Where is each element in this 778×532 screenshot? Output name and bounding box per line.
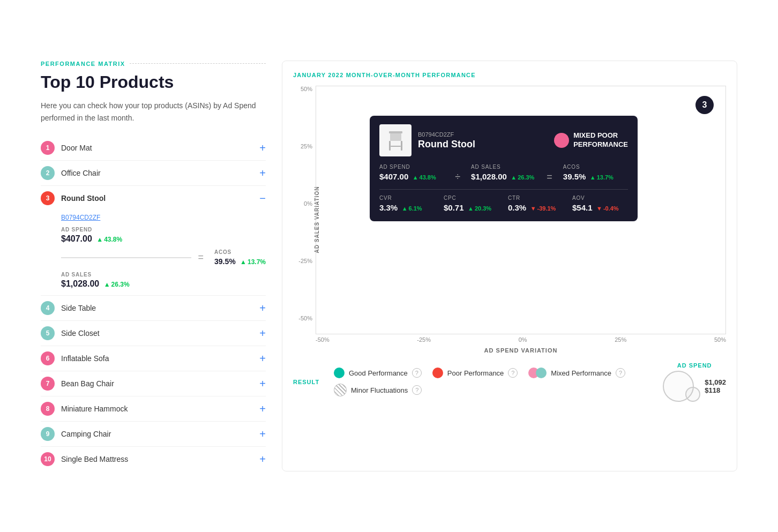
- list-item[interactable]: 4 Side Table +: [41, 296, 266, 321]
- performance-dot: [554, 133, 569, 148]
- x-tick-50: 50%: [714, 336, 726, 346]
- ad-sales-label: AD SALES: [61, 272, 266, 278]
- tooltip-metric-cvr: CVR 3.3% 6.1%: [379, 195, 435, 213]
- legend-good: Good Performance ?: [334, 368, 422, 378]
- expand-icon[interactable]: +: [259, 353, 266, 364]
- x-tick-0: 0%: [519, 336, 527, 346]
- left-panel: PERFORMANCE MATRIX Top 10 Products Here …: [41, 61, 266, 471]
- rank-badge: 7: [41, 377, 55, 391]
- ad-spend-legend-label: AD SPEND: [677, 362, 712, 369]
- legend-minor: Minor Fluctuations ?: [334, 384, 422, 396]
- metric-label-acos: ACOS: [563, 164, 628, 170]
- list-item[interactable]: 5 Side Closet +: [41, 321, 266, 346]
- svg-rect-9: [390, 133, 401, 141]
- acos-change: 13.7%: [240, 258, 266, 266]
- svg-rect-8: [389, 131, 402, 133]
- list-item[interactable]: 9 Camping Chair +: [41, 422, 266, 447]
- section-label: PERFORMANCE MATRIX: [41, 61, 266, 67]
- tooltip-product-info: B0794CD2ZF Round Stool: [418, 131, 548, 150]
- equals-icon: =: [198, 252, 204, 263]
- list-item[interactable]: 10 Single Bed Mattress +: [41, 447, 266, 471]
- good-performance-help[interactable]: ?: [412, 368, 422, 378]
- rank-badge: 10: [41, 452, 55, 466]
- legend-area: RESULT Good Performance ? Poor Performan…: [293, 362, 726, 402]
- expand-icon[interactable]: +: [259, 429, 266, 439]
- metric-change-ctr: -39.1%: [530, 205, 556, 212]
- rank-badge: 6: [41, 351, 55, 365]
- product-name: Side Closet: [61, 329, 259, 338]
- tooltip-performance: MIXED POORPERFORMANCE: [554, 131, 628, 149]
- acos-value: 39.5%: [214, 257, 236, 266]
- expand-icon[interactable]: +: [259, 454, 266, 464]
- rank-badge: 1: [41, 141, 55, 155]
- metric-value-ad-sales: $1,028.00: [471, 172, 507, 181]
- list-item[interactable]: 1 Door Mat +: [41, 136, 266, 161]
- mixed-performance-help[interactable]: ?: [616, 368, 625, 378]
- tooltip-asin: B0794CD2ZF: [418, 131, 548, 138]
- ad-spend-value: $407.00: [61, 234, 92, 243]
- rank-badge: 2: [41, 166, 55, 180]
- tooltip-popup: B0794CD2ZF Round Stool MIXED POORPERFORM…: [370, 116, 638, 221]
- y-tick-25: 25%: [301, 143, 312, 149]
- legend-poor: Poor Performance ?: [432, 368, 518, 378]
- expand-icon[interactable]: +: [259, 378, 266, 389]
- list-item[interactable]: 7 Bean Bag Chair +: [41, 371, 266, 396]
- metric-change-cpc: 20.3%: [468, 205, 491, 212]
- ad-spend-change: 43.8%: [96, 236, 122, 243]
- right-panel: JANUARY 2022 MONTH-OVER-MONTH PERFORMANC…: [282, 61, 737, 471]
- metric-value-acos: 39.5%: [563, 172, 586, 181]
- svg-rect-10: [389, 141, 391, 151]
- asin-link[interactable]: B0794CD2ZF: [61, 214, 266, 221]
- collapse-icon[interactable]: −: [259, 193, 266, 204]
- product-badge-3[interactable]: 3: [695, 96, 714, 114]
- metric-change-aov: -0.4%: [596, 205, 619, 212]
- list-item-active[interactable]: 3 Round Stool −: [41, 186, 266, 211]
- metric-value-aov: $54.1: [572, 203, 593, 212]
- ad-spend-circles: [663, 371, 700, 402]
- metric-change-acos: 13.7%: [590, 174, 614, 181]
- mixed-performance-label: Mixed Performance: [551, 369, 611, 377]
- performance-label: MIXED POORPERFORMANCE: [573, 131, 628, 149]
- list-item[interactable]: 8 Miniature Hammock +: [41, 396, 266, 422]
- x-tick-n50: -50%: [316, 336, 330, 346]
- metric-label-ctr: CTR: [508, 195, 564, 201]
- legend-mixed: Mixed Performance ?: [528, 368, 625, 378]
- x-tick-25: 25%: [615, 336, 626, 346]
- expand-icon[interactable]: +: [259, 328, 266, 339]
- product-name: Miniature Hammock: [61, 404, 259, 413]
- ad-sales-value: $1,028.00: [61, 279, 99, 288]
- tooltip-metrics-row2: CVR 3.3% 6.1% CPC $0.71 20.3%: [379, 195, 628, 213]
- list-item[interactable]: 2 Office Chair +: [41, 161, 266, 186]
- poor-performance-help[interactable]: ?: [508, 368, 518, 378]
- ad-spend-legend: AD SPEND $1,092 $118: [663, 362, 726, 402]
- tooltip-metric-aov: AOV $54.1 -0.4%: [572, 195, 628, 213]
- poor-performance-label: Poor Performance: [447, 369, 504, 377]
- expand-icon[interactable]: +: [259, 143, 266, 153]
- expand-icon[interactable]: +: [259, 168, 266, 178]
- expand-icon[interactable]: +: [259, 303, 266, 313]
- legend-result-label: RESULT: [293, 379, 325, 385]
- tooltip-metric-ctr: CTR 0.3% -39.1%: [508, 195, 564, 213]
- metric-label-cvr: CVR: [379, 195, 435, 201]
- x-axis-label: AD SPEND VARIATION: [316, 347, 726, 354]
- expand-icon[interactable]: +: [259, 403, 266, 414]
- small-circle: [685, 387, 700, 402]
- good-performance-label: Good Performance: [349, 369, 408, 377]
- svg-rect-12: [391, 146, 401, 147]
- metric-value-ad-spend: $407.00: [379, 172, 408, 181]
- product-name: Inflatable Sofa: [61, 354, 259, 363]
- mixed-dot-2: [536, 368, 547, 378]
- good-performance-dot: [334, 368, 345, 378]
- metric-label-aov: AOV: [572, 195, 628, 201]
- product-name: Single Bed Mattress: [61, 455, 259, 463]
- acos-label: ACOS: [214, 249, 266, 255]
- ad-spend-small-value: $118: [705, 386, 726, 394]
- tooltip-metric-acos: ACOS 39.5% 13.7%: [563, 164, 628, 183]
- list-item[interactable]: 6 Inflatable Sofa +: [41, 346, 266, 371]
- product-name: Bean Bag Chair: [61, 379, 259, 388]
- svg-rect-11: [401, 141, 402, 151]
- tooltip-header: B0794CD2ZF Round Stool MIXED POORPERFORM…: [379, 124, 628, 156]
- minor-fluctuations-help[interactable]: ?: [412, 385, 422, 395]
- product-name: Side Table: [61, 304, 259, 312]
- metric-label-ad-sales: AD SALES: [471, 164, 536, 170]
